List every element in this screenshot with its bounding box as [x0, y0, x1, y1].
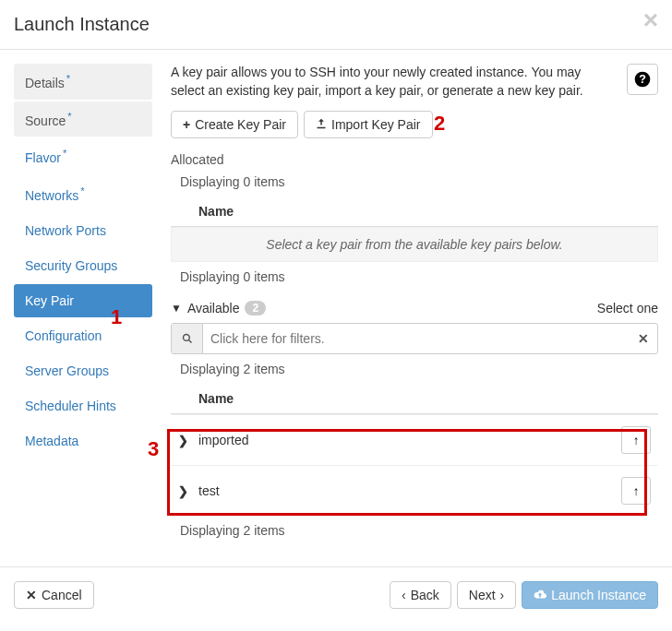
sidebar-item-source[interactable]: Source*	[14, 101, 152, 137]
sidebar-item-security-groups[interactable]: Security Groups	[14, 249, 152, 282]
modal-title: Launch Instance	[14, 14, 658, 35]
allocated-empty-message: Select a key pair from the available key…	[171, 227, 658, 262]
sidebar-item-label: Key Pair	[25, 293, 74, 308]
main-panel: ? A key pair allows you to SSH into your…	[171, 64, 658, 553]
svg-point-2	[183, 335, 189, 341]
sidebar-item-networks[interactable]: Networks*	[14, 176, 152, 212]
sidebar-item-configuration[interactable]: Configuration	[14, 319, 152, 352]
chevron-down-icon: ▼	[171, 302, 182, 315]
required-asterisk-icon: *	[63, 148, 66, 159]
sidebar-item-label: Scheduler Hints	[25, 399, 116, 413]
required-asterisk-icon: *	[67, 111, 71, 122]
search-icon[interactable]	[172, 324, 203, 353]
name-column-header: Name	[198, 391, 234, 406]
keypair-name: imported	[198, 433, 621, 447]
allocate-button[interactable]: ↑	[621, 477, 651, 505]
sidebar-item-scheduler-hints[interactable]: Scheduler Hints	[14, 389, 152, 423]
create-key-pair-button[interactable]: + Create Key Pair	[171, 111, 298, 138]
available-table-header: Name	[171, 384, 658, 414]
allocated-count-bottom: Displaying 0 items	[180, 269, 658, 284]
required-asterisk-icon: *	[80, 185, 84, 196]
clear-filter-icon[interactable]: ✕	[630, 324, 657, 353]
arrow-up-icon: ↑	[633, 484, 640, 498]
available-heading: Available	[187, 301, 240, 316]
create-key-pair-label: Create Key Pair	[195, 117, 286, 132]
available-count-bottom: Displaying 2 items	[180, 523, 658, 538]
next-button[interactable]: Next ›	[457, 581, 516, 609]
filter-input[interactable]	[203, 324, 630, 353]
modal-header: Launch Instance ×	[0, 0, 672, 50]
filter-bar: ✕	[171, 323, 658, 354]
sidebar-item-key-pair[interactable]: Key Pair	[14, 284, 152, 317]
sidebar-item-server-groups[interactable]: Server Groups	[14, 354, 152, 387]
sidebar-item-label: Network Ports	[25, 223, 106, 238]
cancel-label: Cancel	[42, 588, 82, 602]
chevron-right-icon: ›	[500, 588, 505, 602]
keypair-row: ❯imported↑	[171, 414, 658, 465]
sidebar-item-label: Source	[25, 113, 66, 127]
name-column-header: Name	[198, 204, 234, 219]
sidebar-item-label: Server Groups	[25, 363, 109, 378]
wizard-sidebar: Details*Source*Flavor*Networks*Network P…	[14, 64, 152, 553]
svg-line-3	[188, 340, 191, 343]
sidebar-item-details[interactable]: Details*	[14, 64, 152, 100]
keypair-name: test	[198, 483, 621, 498]
back-button[interactable]: ‹ Back	[390, 581, 451, 609]
import-key-pair-button[interactable]: Import Key Pair	[304, 111, 432, 138]
sidebar-item-label: Configuration	[25, 328, 102, 343]
description-text: A key pair allows you to SSH into your n…	[171, 64, 658, 100]
close-icon[interactable]: ×	[643, 7, 658, 33]
allocated-count-top: Displaying 0 items	[180, 174, 658, 189]
sidebar-item-flavor[interactable]: Flavor*	[14, 138, 152, 174]
cancel-button[interactable]: ✕ Cancel	[14, 581, 94, 609]
help-icon[interactable]: ?	[627, 64, 658, 95]
allocated-heading: Allocated	[171, 152, 658, 167]
chevron-right-icon[interactable]: ❯	[178, 434, 198, 447]
sidebar-item-label: Security Groups	[25, 258, 117, 273]
chevron-left-icon: ‹	[402, 588, 406, 602]
sidebar-item-label: Details	[25, 76, 65, 90]
allocate-button[interactable]: ↑	[621, 426, 651, 454]
cloud-icon	[534, 588, 546, 602]
launch-label: Launch Instance	[551, 588, 646, 602]
import-key-pair-label: Import Key Pair	[331, 117, 420, 132]
sidebar-item-label: Flavor	[25, 150, 61, 165]
chevron-right-icon[interactable]: ❯	[178, 484, 198, 498]
sidebar-item-label: Networks	[25, 188, 78, 203]
plus-icon: +	[183, 117, 190, 132]
available-count-badge: 2	[245, 301, 266, 316]
x-icon: ✕	[26, 588, 37, 602]
sidebar-item-label: Metadata	[25, 434, 78, 448]
available-count-top: Displaying 2 items	[180, 362, 658, 376]
sidebar-item-metadata[interactable]: Metadata	[14, 424, 152, 458]
upload-icon	[316, 117, 327, 132]
svg-text:?: ?	[639, 73, 646, 86]
sidebar-item-network-ports[interactable]: Network Ports	[14, 214, 152, 247]
required-asterisk-icon: *	[66, 73, 70, 84]
back-label: Back	[411, 588, 439, 602]
allocated-table-header: Name	[171, 196, 658, 227]
launch-instance-button[interactable]: Launch Instance	[522, 581, 658, 609]
available-toggle[interactable]: ▼ Available 2	[171, 301, 266, 316]
keypair-row: ❯test↑	[171, 465, 658, 516]
next-label: Next	[469, 588, 496, 602]
arrow-up-icon: ↑	[633, 434, 640, 447]
select-one-label: Select one	[597, 301, 658, 316]
